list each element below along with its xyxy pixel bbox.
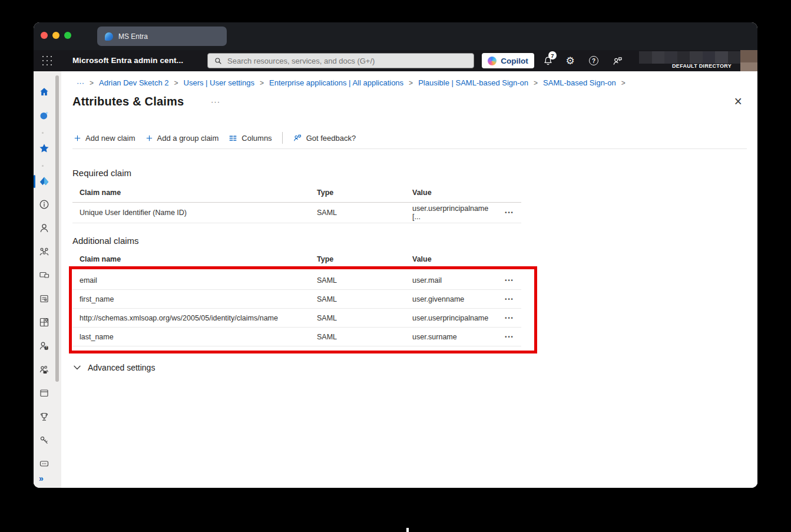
claim-value-cell: user.userprincipalname [... [412,204,498,221]
got-feedback-button[interactable]: Got feedback? [293,133,356,143]
browser-tab[interactable]: MS Entra [97,27,227,46]
favorites-star-icon [38,143,50,154]
add-new-claim-button[interactable]: Add new claim [74,134,135,143]
applications-icon [38,316,50,328]
copilot-label: Copilot [501,57,528,65]
avatar[interactable] [740,50,757,71]
users-icon [38,222,50,234]
claim-name-cell: first_name [72,295,317,303]
settings-gear-icon[interactable]: ⚙ [564,55,576,67]
browser-window: MS Entra Microsoft Entra admin cent... C… [34,22,757,488]
close-window-button[interactable] [41,32,48,39]
row-more-options-icon[interactable]: ••• [498,334,521,340]
feedback-icon[interactable] [611,55,623,67]
sidebar-item-groups[interactable] [36,243,52,260]
nav-group-dot [42,165,44,167]
app-title[interactable]: Microsoft Entra admin cent... [72,56,183,65]
sidebar-item-home[interactable] [36,84,52,100]
copilot-button[interactable]: Copilot [482,53,534,68]
col-value: Value [412,255,498,263]
page-title-more-icon[interactable]: ··· [211,97,220,106]
home-icon [38,86,50,98]
external-identities-icon [38,364,50,375]
row-more-options-icon[interactable]: ••• [498,315,521,321]
svg-text:T: T [45,346,47,349]
minimize-window-button[interactable] [52,32,59,39]
sidebar-item-favorites-star[interactable] [36,140,52,157]
claim-value-cell: user.givenname [412,295,498,303]
claim-row[interactable]: last_name SAML user.surname ••• [72,328,521,346]
sidebar-scrollbar[interactable] [55,75,59,382]
claim-value-cell: user.surname [412,333,498,341]
columns-icon [229,134,237,143]
notification-count-badge[interactable]: 7 [548,51,557,60]
sidebar-item-roles-admins[interactable]: T [36,338,52,354]
advanced-settings-toggle[interactable]: Advanced settings [74,363,155,372]
plus-icon [145,134,153,142]
search-icon [214,57,223,65]
zoom-window-button[interactable] [64,32,71,39]
page-title: Attributes & Claims [72,95,184,108]
required-claim-table: Claim name Type Value Unique User Identi… [72,183,521,223]
additional-claims-heading: Additional claims [72,236,139,246]
col-type: Type [317,189,412,197]
sidebar-item-billing[interactable] [36,290,52,307]
billing-icon [38,293,50,305]
waffle-menu-icon[interactable] [42,55,52,66]
attributes-claims-panel: ··· >Adrian Dev Sketch 2>Users | User se… [61,71,757,488]
sidebar-item-app-proxy[interactable] [36,385,52,401]
col-type: Type [317,255,412,263]
sidebar-item-governance[interactable] [36,408,52,425]
sidebar-expand-button[interactable]: » [39,474,43,483]
breadcrumb-separator: > [90,79,94,87]
toolbar-divider [282,132,283,144]
sidebar-item-applications[interactable] [36,314,52,331]
sidebar-item-devices[interactable] [36,267,52,283]
claim-name-cell: http://schemas.xmlsoap.org/ws/2005/05/id… [72,314,317,322]
sidebar-item-copilot[interactable] [36,107,52,124]
add-group-claim-button[interactable]: Add a group claim [145,134,219,143]
macos-titlebar: MS Entra [34,22,757,50]
breadcrumb-item[interactable]: Users | User settings [184,78,254,87]
sidebar-item-external-identities[interactable] [36,361,52,378]
tenant-directory-label: DEFAULT DIRECTORY [672,63,732,69]
entra-favicon-icon [105,32,113,41]
close-panel-icon[interactable]: × [734,95,742,108]
claim-name-cell: last_name [72,333,317,341]
claim-row[interactable]: email SAML user.mail ••• [72,271,521,290]
breadcrumb-item[interactable]: Adrian Dev Sketch 2 [99,78,169,87]
table-header: Claim name Type Value [72,183,521,203]
help-icon[interactable]: ? [588,55,600,67]
claim-value-cell: user.userprincipalname [412,314,498,322]
row-more-options-icon[interactable]: ••• [498,210,521,216]
row-more-options-icon[interactable]: ••• [498,296,521,302]
claim-row[interactable]: http://schemas.xmlsoap.org/ws/2005/05/id… [72,309,521,328]
protection-icon [38,434,50,446]
sidebar-item-entra-id[interactable] [36,173,52,190]
claim-row[interactable]: first_name SAML user.givenname ••• [72,290,521,309]
breadcrumb-item[interactable]: Plausible | SAML-based Sign-on [418,78,528,87]
command-toolbar: Add new claim Add a group claim Columns … [74,131,356,144]
claim-name-cell: Unique User Identifier (Name ID) [72,209,317,217]
global-search[interactable] [207,53,474,68]
breadcrumb: ··· >Adrian Dev Sketch 2>Users | User se… [77,78,625,87]
breadcrumb-overflow[interactable]: ··· [77,78,84,87]
sidebar-item-users[interactable] [36,220,52,236]
breadcrumb-item[interactable]: Enterprise applications | All applicatio… [269,78,403,87]
license-icon [38,458,50,470]
search-input[interactable] [227,57,463,65]
sidebar-item-info[interactable] [36,196,52,213]
app-proxy-icon [38,387,50,399]
copilot-logo-icon [488,57,497,65]
chevron-down-icon [74,365,81,370]
breadcrumb-separator: > [260,79,264,87]
required-claim-heading: Required claim [72,168,131,178]
governance-icon [38,411,50,422]
columns-button[interactable]: Columns [229,134,272,143]
claim-row[interactable]: Unique User Identifier (Name ID) SAML us… [72,203,521,223]
sidebar-item-protection[interactable] [36,432,52,448]
breadcrumb-separator: > [409,79,413,87]
breadcrumb-item[interactable]: SAML-based Sign-on [543,78,616,87]
sidebar-item-license[interactable] [36,455,52,472]
row-more-options-icon[interactable]: ••• [498,277,521,283]
